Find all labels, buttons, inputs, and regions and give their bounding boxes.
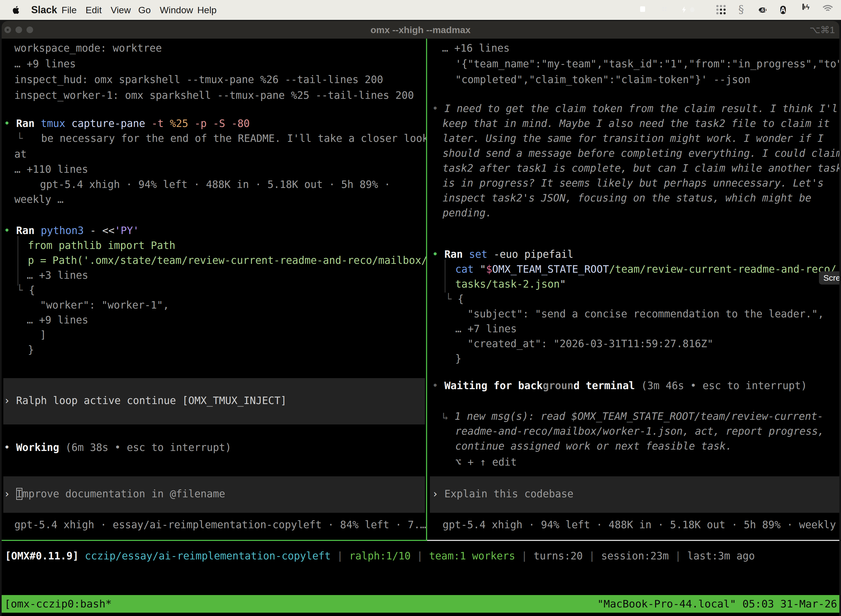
terminal-line: cat "$OMX_TEAM_STATE_ROOT/team/review-cu… — [455, 262, 836, 277]
terminal-line: • Waiting for background terminal (3m 46… — [432, 378, 807, 393]
terminal-line: p = Path('.omx/state/team/review-current… — [28, 253, 426, 268]
terminal-line: › Ralph loop active continue [OMX_TMUX_I… — [4, 393, 287, 408]
terminal-line: weekly … — [14, 192, 63, 207]
terminal-line: … +16 lines — [442, 41, 510, 56]
terminal-line: [OMX#0.11.9] cczip/essay/ai-reimplementa… — [5, 549, 755, 563]
terminal-line: gpt-5.4 xhigh · 94% left · 488K in · 5.1… — [442, 518, 840, 532]
terminal-line: "completed","claim_token":"claim-token"}… — [455, 72, 750, 87]
terminal-line: inspect task2's JSON, focusing on the st… — [442, 191, 812, 205]
menu-app-name[interactable]: Slack — [31, 0, 57, 20]
menu-view[interactable]: View — [111, 0, 131, 20]
terminal-line: • I need to get the claim token from the… — [432, 101, 840, 116]
terminal-line: • Ran tmux capture-pane -t %25 -p -S -80 — [4, 116, 250, 131]
terminal-pane-right[interactable]: … +16 lines'{"team_name":"my-team","task… — [428, 39, 840, 540]
tmux-host-clock: "MacBook-Pro-44.local" 05:03 31-Mar-26 — [597, 595, 837, 613]
terminal-line: } — [28, 343, 34, 357]
terminal-line: gpt-5.4 xhigh · essay/ai-reimplementatio… — [14, 518, 426, 532]
percent-badge-icon[interactable]: ..61 — [759, 4, 766, 16]
terminal-line: └ { — [16, 283, 35, 298]
terminal-line: └ be necessary for the end of the README… — [16, 131, 426, 146]
terminal-line: workspace_mode: worktree — [14, 41, 162, 56]
tmux-session-window[interactable]: [omx-cczip0:bash* — [4, 595, 112, 613]
window-title: omx --xhigh --madmax — [1, 21, 840, 39]
text-cursor: I — [16, 488, 22, 500]
terminal-line: pending. — [442, 205, 492, 220]
terminal-line: • Working (6m 38s • esc to interrupt) — [4, 440, 231, 455]
terminal-line: gpt-5.4 xhigh · 94% left · 488K in · 5.1… — [40, 177, 390, 192]
terminal-line: "worker": "worker-1", — [40, 298, 169, 313]
terminal-line: › Improve documentation in @filename — [4, 487, 225, 502]
apple-menu-icon[interactable] — [12, 5, 21, 15]
terminal-line: readme-and-reco/mailbox/worker-1.json, a… — [455, 424, 824, 439]
grid-dots-icon[interactable] — [716, 5, 726, 15]
terminal-line: ⌥ + ↑ edit — [455, 455, 517, 470]
input-source-icon[interactable]: A — [780, 4, 786, 15]
terminal-line: › Explain this codebase — [432, 487, 573, 502]
terminal-pane-left[interactable]: workspace_mode: worktree… +9 linesinspec… — [1, 39, 426, 540]
window-title-bar[interactable]: omx --xhigh --madmax ⌥⌘1 — [1, 21, 840, 39]
terminal-line: ↳ 1 new msg(s): read $OMX_TEAM_STATE_ROO… — [442, 409, 823, 424]
menu-help[interactable]: Help — [197, 0, 217, 20]
terminal-line: "created_at": "2026-03-31T11:59:27.816Z" — [467, 336, 713, 351]
terminal-line: task2 after task1 is complete, but can I… — [442, 161, 840, 176]
terminal-line: └ { — [445, 292, 464, 307]
menu-go[interactable]: Go — [138, 0, 151, 20]
messenger-icon[interactable] — [679, 4, 689, 15]
screen-tooltip: Scre — [819, 271, 840, 285]
tree-connector-line — [18, 236, 18, 286]
tree-connector-line — [445, 260, 445, 293]
terminal-line: … +9 lines — [27, 313, 88, 328]
terminal-line: … +3 lines — [27, 268, 88, 283]
terminal-line: later. Using the same for transition mig… — [442, 131, 823, 146]
key-squiggle-icon[interactable]: § — [738, 4, 744, 15]
terminal-line: inspect_hud: omx sparkshell --tmux-pane … — [14, 72, 383, 87]
terminal-line: should send a message before completing … — [442, 146, 840, 161]
tmux-status-bar[interactable]: [omx-cczip0:bash* "MacBook-Pro-44.local"… — [1, 595, 840, 613]
terminal-line: keep that in mind. Maybe I also need the… — [442, 116, 830, 131]
terminal-line: • Ran python3 - <<'PY' — [4, 223, 139, 238]
pane-border-bottom-right — [427, 540, 840, 541]
terminal-line: inspect_worker-1: omx sparkshell --tmux-… — [14, 88, 414, 103]
terminal-line: at — [14, 147, 27, 162]
battery-icon[interactable]: ϟ — [802, 4, 804, 9]
window-shortcut-hint: ⌥⌘1 — [810, 21, 835, 39]
terminal-line: } — [455, 351, 462, 366]
terminal-line: … +9 lines — [14, 57, 76, 72]
terminal-line: '{"team_name":"my-team","task_id":"1","f… — [455, 57, 840, 72]
terminal-line: … +110 lines — [14, 162, 88, 177]
terminal-line: • Ran set -euo pipefail — [432, 247, 573, 262]
desktop-screen: Slack File Edit View Go Window Help § ..… — [0, 0, 841, 616]
terminal-line: "subject": "send a concise recommendatio… — [467, 307, 824, 321]
menu-file[interactable]: File — [62, 0, 77, 20]
terminal-line: ] — [40, 328, 46, 343]
terminal-line: … +7 lines — [455, 321, 517, 336]
terminal-line: continue assigned work or next feasible … — [455, 439, 732, 454]
terminal-line: tasks/task-2.json" — [455, 277, 566, 292]
menu-edit[interactable]: Edit — [85, 0, 102, 20]
terminal-line: is in progress? It seems likely but perh… — [442, 176, 823, 191]
terminal-window: omx --xhigh --madmax ⌥⌘1 workspace_mode:… — [1, 21, 840, 616]
pane-border-bottom-left — [1, 540, 427, 541]
pane-divider-vertical[interactable] — [426, 39, 427, 540]
macos-menu-bar: Slack File Edit View Go Window Help § ..… — [0, 0, 841, 20]
terminal-line: from pathlib import Path — [28, 238, 176, 253]
menu-window[interactable]: Window — [160, 0, 193, 20]
